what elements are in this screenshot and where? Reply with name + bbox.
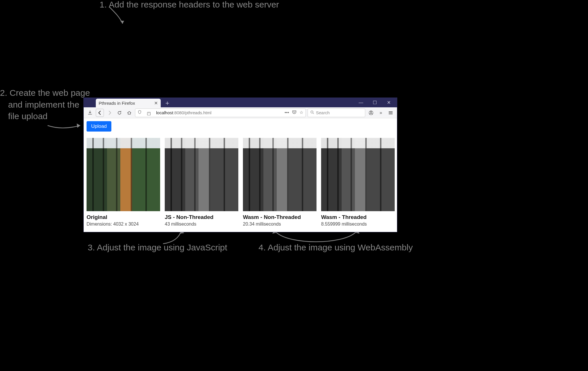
card-js-non-threaded: JS - Non-Threaded 43 milliseconds <box>165 138 238 227</box>
search-bar[interactable]: Search <box>308 108 365 117</box>
tab-close-icon[interactable]: ✕ <box>154 100 158 106</box>
downloads-icon[interactable] <box>86 109 94 117</box>
new-tab-button[interactable]: ＋ <box>164 99 171 107</box>
url-text: localhost:8080/pthreads.html <box>156 110 211 115</box>
arrow-step1 <box>107 6 133 29</box>
thumb-wasm-nt <box>243 138 317 211</box>
browser-toolbar: localhost:8080/pthreads.html ••• ☆ Searc… <box>84 107 397 118</box>
card-sub: 8.559999 milliseconds <box>321 222 395 227</box>
overflow-icon[interactable]: » <box>377 109 385 117</box>
thumb-wasm-t <box>321 138 395 211</box>
tab-title: Pthreads in Firefox <box>99 101 135 106</box>
card-title: JS - Non-Threaded <box>165 214 238 220</box>
svg-point-6 <box>311 111 313 113</box>
tab-strip: Pthreads in Firefox ✕ ＋ ― ☐ ✕ <box>84 98 397 107</box>
annotation-step3: 3. Adjust the image using JavaScript <box>88 242 227 254</box>
browser-tab[interactable]: Pthreads in Firefox ✕ <box>96 99 161 107</box>
tracking-shield-icon[interactable] <box>138 110 142 115</box>
svg-marker-1 <box>77 123 80 128</box>
thumb-js <box>165 138 238 211</box>
search-icon <box>310 110 314 115</box>
home-button[interactable] <box>125 109 133 117</box>
card-sub: 20.34 milliseconds <box>243 222 317 227</box>
bookmark-star-icon[interactable]: ☆ <box>299 110 303 115</box>
pocket-icon[interactable] <box>292 110 297 115</box>
back-button[interactable] <box>96 109 104 117</box>
window-controls: ― ☐ ✕ <box>358 98 397 107</box>
card-title: Original <box>87 214 160 220</box>
page-info-icon[interactable] <box>144 109 154 117</box>
page-content: Upload Original Dimensions: 4032 x 3024 … <box>84 118 397 227</box>
thumb-original <box>87 138 160 211</box>
card-wasm-non-threaded: Wasm - Non-Threaded 20.34 milliseconds <box>243 138 317 227</box>
reload-button[interactable] <box>115 109 123 117</box>
svg-point-7 <box>370 111 372 113</box>
window-maximize-icon[interactable]: ☐ <box>372 100 377 105</box>
card-title: Wasm - Threaded <box>321 214 395 220</box>
card-title: Wasm - Non-Threaded <box>243 214 317 220</box>
app-menu-icon[interactable] <box>387 109 395 117</box>
annotation-step2-l2: and implement the <box>0 99 90 111</box>
page-actions-icon[interactable]: ••• <box>284 110 289 115</box>
annotation-step2-l1: 2. Create the web page <box>0 87 90 99</box>
browser-window: Pthreads in Firefox ✕ ＋ ― ☐ ✕ <box>84 98 397 232</box>
svg-rect-5 <box>147 112 151 115</box>
window-minimize-icon[interactable]: ― <box>358 100 364 105</box>
card-sub: Dimensions: 4032 x 3024 <box>87 222 160 227</box>
arrow-step2 <box>46 117 87 131</box>
image-gallery: Original Dimensions: 4032 x 3024 JS - No… <box>87 138 394 227</box>
window-close-icon[interactable]: ✕ <box>386 100 391 105</box>
card-sub: 43 milliseconds <box>165 222 238 227</box>
search-placeholder: Search <box>316 110 330 115</box>
upload-button[interactable]: Upload <box>87 121 111 132</box>
account-icon[interactable] <box>367 109 375 117</box>
url-bar[interactable]: localhost:8080/pthreads.html ••• ☆ <box>135 108 306 117</box>
card-original: Original Dimensions: 4032 x 3024 <box>87 138 160 227</box>
forward-button[interactable] <box>106 109 114 117</box>
card-wasm-threaded: Wasm - Threaded 8.559999 milliseconds <box>321 138 395 227</box>
